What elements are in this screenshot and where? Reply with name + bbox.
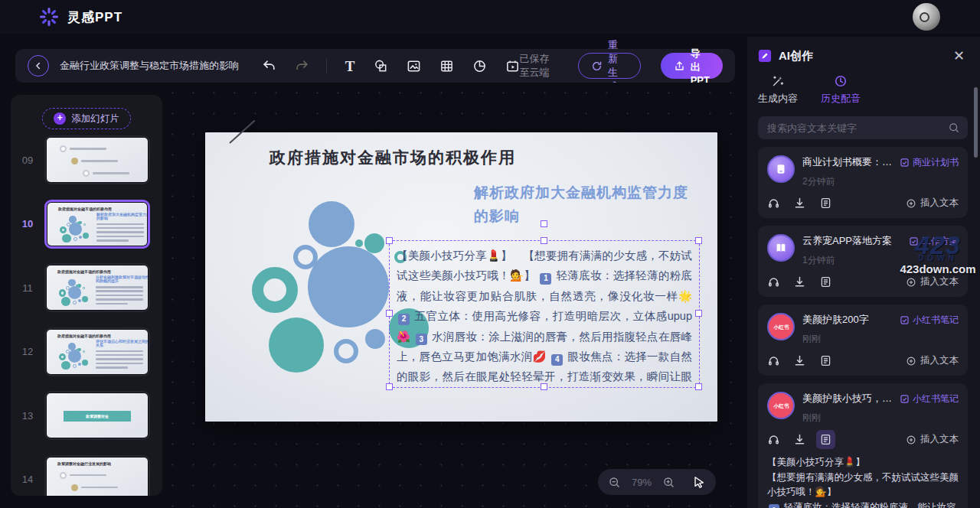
handle-bottom-right[interactable]	[695, 383, 702, 390]
bubble-circle	[334, 339, 358, 363]
document-icon[interactable]	[819, 354, 832, 367]
slide-thumbnail[interactable]: 政府措施对金融市场的积极作用评估市场信心和经济发展之间的关系	[44, 327, 150, 376]
xiaohongshu-avatar: 小红书	[767, 313, 795, 340]
logo-spinner-icon	[38, 6, 60, 28]
text-icon[interactable]: T	[345, 58, 355, 73]
slide-thumbnail[interactable]: 政府措施对金融市场的积极作用分析金融刺激政策对市场波动性和跌幅的提升	[44, 263, 150, 312]
tab-history-voiceover[interactable]: 历史配音	[821, 74, 861, 106]
wand-icon	[771, 74, 785, 88]
xiaohongshu-avatar: 小红书	[767, 392, 795, 419]
slide-number: 14	[11, 474, 44, 485]
item-timestamp: 刚刚	[802, 412, 895, 425]
pointer-icon[interactable]	[692, 475, 706, 489]
download-icon[interactable]	[793, 197, 806, 210]
slide-thumbnail[interactable]: 政策调整对金	[44, 391, 150, 440]
bubble-circle	[309, 201, 354, 247]
document-icon[interactable]	[819, 275, 832, 288]
item-title: 云养宠APP落地方案	[802, 234, 904, 248]
back-button[interactable]	[28, 55, 49, 77]
panel-title: AI创作	[779, 49, 813, 64]
redo-icon[interactable]	[295, 58, 309, 73]
handle-bottom-left[interactable]	[386, 383, 393, 390]
badge-check-icon	[900, 394, 910, 404]
item-timestamp: 1分钟前	[802, 254, 904, 267]
slide-thumbnail[interactable]	[44, 135, 150, 184]
save-status: 已保存至云端	[520, 52, 558, 80]
insert-text-button[interactable]: 插入文本	[906, 433, 959, 446]
slide-thumbnail[interactable]: 政府措施对金融市场的积极作用解析政府加大金融机构监管力度的影响	[44, 200, 150, 249]
zoom-out-icon[interactable]	[608, 476, 621, 489]
history-item[interactable]: 小红书 美颜护肤200字 刚刚 小红书笔记	[758, 304, 968, 376]
history-item[interactable]: 商业计划书概要：公司简... 2分钟前 商业计划书	[758, 147, 968, 218]
history-item[interactable]: 小红书 美颜护肤小技巧，100字... 刚刚 小红书笔记	[758, 383, 968, 508]
item-timestamp: 2分钟前	[802, 175, 895, 188]
item-title: 美颜护肤小技巧，100字...	[802, 392, 895, 405]
bubble-circle	[308, 246, 389, 327]
download-icon[interactable]	[793, 275, 806, 288]
document-icon[interactable]	[819, 197, 832, 210]
download-icon[interactable]	[793, 433, 806, 446]
history-item[interactable]: 云养宠APP落地方案 1分钟前 工作方案	[758, 226, 968, 297]
slide-title[interactable]: 政府措施对金融市场的积极作用	[270, 147, 516, 168]
zoom-toolbar: 79%	[598, 469, 716, 495]
editor-canvas: 政府措施对金融市场的积极作用 解析政府加大金融机构监管力度 的影响 【美颜小技巧…	[162, 83, 747, 508]
insert-text-button[interactable]: 插入文本	[906, 354, 959, 367]
bubble-circle	[364, 233, 384, 253]
document-icon[interactable]	[816, 430, 835, 449]
handle-top-center[interactable]	[541, 237, 547, 244]
plus-circle-icon	[906, 198, 916, 209]
clock-icon	[834, 74, 848, 88]
panel-scrollbar[interactable]	[974, 87, 978, 158]
editor-toolbar: 金融行业政策调整与稳定市场措施的影响 T 已保存至云端 重	[15, 49, 735, 83]
item-avatar	[767, 234, 795, 262]
rotation-handle[interactable]	[541, 220, 547, 227]
badge-check-icon	[909, 236, 919, 246]
handle-top-left[interactable]	[386, 237, 393, 244]
handle-mid-right[interactable]	[695, 310, 702, 317]
slide-number: 09	[11, 155, 44, 166]
download-icon[interactable]	[793, 354, 806, 367]
shape-icon[interactable]	[374, 58, 388, 73]
add-slide-button[interactable]: + 添加幻灯片	[42, 108, 131, 129]
bubble-circle	[355, 239, 363, 247]
slide-thumbnail[interactable]: 政策调整对金融行业发展的影响	[44, 455, 150, 497]
close-icon[interactable]: ✕	[950, 47, 968, 64]
undo-icon[interactable]	[262, 58, 276, 73]
listen-icon[interactable]	[767, 275, 780, 288]
tab-generate-content[interactable]: 生成内容	[758, 74, 798, 106]
media-icon[interactable]	[505, 58, 520, 73]
handle-mid-left[interactable]	[386, 310, 393, 317]
insert-text-button[interactable]: 插入文本	[906, 197, 959, 210]
export-ppt-button[interactable]: 导出PPT	[661, 53, 723, 79]
refresh-icon	[591, 60, 603, 72]
insert-text-button[interactable]: 插入文本	[906, 275, 959, 288]
bubble-circle	[252, 267, 298, 313]
handle-top-right[interactable]	[695, 237, 702, 244]
search-input[interactable]	[766, 122, 948, 135]
slide-number: 12	[11, 346, 44, 357]
item-category-badge: 工作方案	[909, 234, 959, 248]
search-icon[interactable]	[948, 122, 960, 134]
table-icon[interactable]	[439, 58, 454, 73]
slide-canvas[interactable]: 政府措施对金融市场的积极作用 解析政府加大金融机构监管力度 的影响 【美颜小技巧…	[205, 132, 717, 422]
badge-check-icon	[900, 158, 910, 168]
zoom-in-icon[interactable]	[662, 476, 675, 489]
ai-create-icon	[758, 49, 772, 63]
item-category-badge: 商业计划书	[900, 155, 959, 169]
slide-subtitle[interactable]: 解析政府加大金融机构监管力度 的影响	[474, 181, 711, 228]
handle-bottom-center[interactable]	[541, 383, 547, 390]
chart-icon[interactable]	[472, 58, 487, 73]
plus-icon: +	[54, 112, 66, 125]
regenerate-button[interactable]: 重新生成	[578, 53, 641, 79]
image-icon[interactable]	[407, 58, 421, 73]
slide-body-textbox[interactable]: 【美颜小技巧分享💄】 【想要拥有满满的少女感，不妨试试这些美颜小技巧哦！💁】 1…	[389, 240, 700, 388]
slide-thumbnail-row: 11 政府措施对金融市场的积极作用分析金融刺激政策对市场波动性和跌幅的提升	[11, 263, 162, 312]
plus-circle-icon	[906, 356, 916, 366]
listen-icon[interactable]	[767, 354, 780, 367]
listen-icon[interactable]	[767, 433, 780, 446]
user-avatar[interactable]	[913, 3, 940, 31]
panel-tabs: 生成内容 历史配音	[758, 74, 968, 106]
listen-icon[interactable]	[767, 197, 780, 210]
app-header: 灵感PPT	[0, 0, 980, 34]
history-list: 商业计划书概要：公司简... 2分钟前 商业计划书	[758, 147, 968, 508]
